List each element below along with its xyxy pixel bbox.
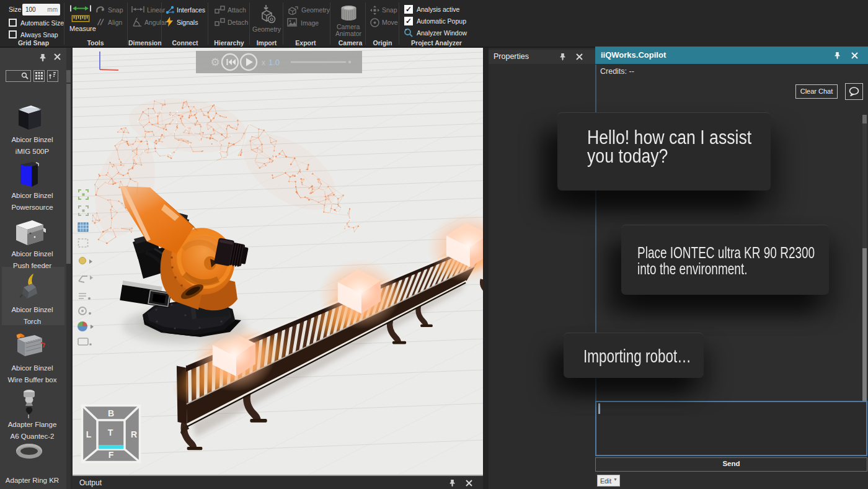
svg-text:1.0: 1.0 [268,58,280,67]
svg-text:⚙: ⚙ [210,56,219,68]
svg-text:T: T [108,428,113,437]
svg-text:x: x [262,58,265,67]
svg-text:L: L [86,429,92,439]
svg-text:R: R [131,429,137,439]
svg-text:B: B [108,408,114,418]
svg-text:F: F [108,450,114,460]
